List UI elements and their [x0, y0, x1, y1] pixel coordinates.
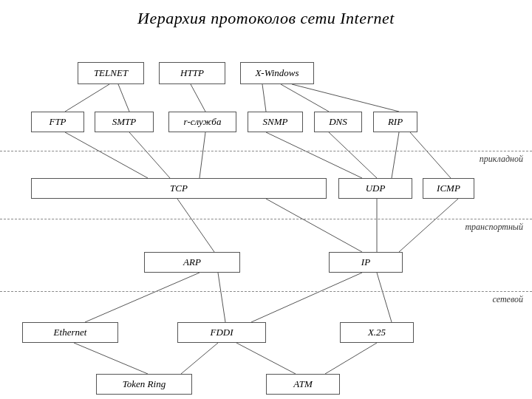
arp-box: ARP: [144, 252, 240, 273]
svg-line-21: [74, 343, 148, 374]
telnet-box: TELNET: [78, 62, 144, 84]
svg-line-24: [325, 343, 377, 374]
svg-line-17: [85, 273, 200, 322]
http-box: HTTP: [159, 62, 225, 84]
svg-line-18: [218, 273, 225, 322]
svg-line-19: [251, 273, 362, 322]
rsluzba-box: r-служба: [168, 112, 236, 132]
svg-line-7: [129, 132, 170, 178]
rip-box: RIP: [373, 112, 417, 132]
applied-label: прикладной: [480, 154, 523, 165]
svg-line-8: [200, 132, 205, 178]
diagram: TELNET HTTP X-Windows FTP SMTP r-служба …: [0, 34, 532, 396]
svg-line-20: [377, 273, 392, 322]
svg-line-1: [118, 84, 129, 112]
fddi-box: FDDI: [177, 322, 266, 343]
ip-box: IP: [329, 252, 403, 273]
transport-dashed: [0, 219, 532, 219]
dns-box: DNS: [314, 112, 362, 132]
svg-line-3: [262, 84, 266, 112]
tcp-box: TCP: [31, 178, 327, 199]
page-title: Иерархия протоколов сети Internet: [0, 0, 532, 34]
svg-line-9: [266, 132, 362, 178]
svg-line-22: [181, 343, 218, 374]
snmp-box: SNMP: [248, 112, 303, 132]
ftp-box: FTP: [31, 112, 84, 132]
network-label: сетевой: [493, 294, 523, 305]
network-dashed: [0, 291, 532, 292]
udp-box: UDP: [338, 178, 412, 199]
xwindows-box: X-Windows: [240, 62, 314, 84]
tokenring-box: Token Ring: [96, 374, 192, 395]
ethernet-box: Ethernet: [22, 322, 118, 343]
svg-line-10: [329, 132, 377, 178]
svg-line-0: [65, 84, 109, 112]
transport-label: транспортный: [465, 222, 523, 233]
smtp-box: SMTP: [95, 112, 154, 132]
svg-line-2: [191, 84, 205, 112]
x25-box: X.25: [340, 322, 414, 343]
atm-box: ATM: [266, 374, 340, 395]
svg-line-11: [392, 132, 399, 178]
svg-line-14: [266, 199, 362, 252]
applied-dashed: [0, 151, 532, 151]
svg-line-16: [399, 199, 458, 252]
svg-line-12: [410, 132, 451, 178]
svg-line-5: [292, 84, 399, 112]
svg-line-13: [177, 199, 214, 252]
svg-line-23: [236, 343, 296, 374]
icmp-box: ICMP: [423, 178, 474, 199]
svg-line-4: [281, 84, 329, 112]
svg-line-6: [65, 132, 148, 178]
